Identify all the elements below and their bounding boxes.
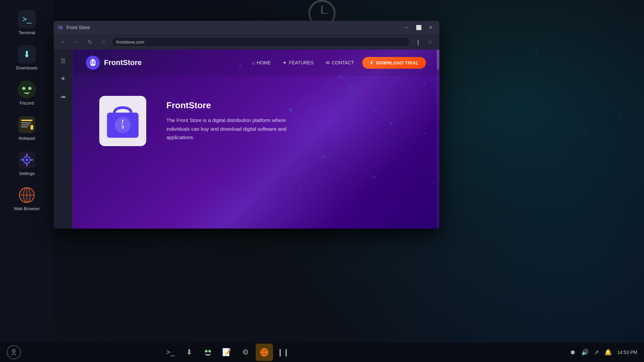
svg-text:S: S (121, 125, 124, 129)
hero-section: ƒ S FrontStore The Front Store is a digi… (72, 76, 439, 166)
minimize-button[interactable]: ─ (402, 23, 411, 32)
svg-point-9 (469, 100, 471, 102)
nav-link-home[interactable]: ⌂ HOME (252, 60, 271, 65)
download-trial-button[interactable]: ⬇ DOWNLOAD TRIAL (362, 57, 426, 69)
taskbar-fiscord-button[interactable] (199, 344, 217, 361)
nav-link-contact[interactable]: ✉ CONTACT (326, 60, 354, 65)
features-nav-label: FEATURES (289, 60, 314, 65)
close-button[interactable]: ✕ (426, 23, 435, 32)
website-content: FS FrontStore ⌂ HOME ✦ FEATURES ✉ (72, 50, 439, 229)
svg-point-30 (25, 159, 28, 161)
taskbar-terminal-button[interactable]: >_ (162, 344, 179, 361)
hero-icon-container: ƒ S (99, 96, 146, 146)
url-text: frontstore.com (116, 40, 144, 45)
browser-sidebar-menu[interactable]: ☰ (57, 55, 69, 67)
svg-point-13 (620, 116, 622, 118)
browser-sidebar-favorites[interactable]: ★ (57, 72, 69, 84)
taskbar-time: 14:53 PM (617, 350, 637, 355)
sidebar-label-notepad: Notepad (18, 136, 35, 141)
downloads-icon: ⬇ (18, 45, 36, 63)
taskbar-settings-button[interactable]: ⚙ (237, 344, 254, 361)
sidebar-label-webbrowser: Web Browser (14, 206, 40, 211)
browser-title: Front Store (66, 25, 398, 30)
svg-rect-21 (22, 90, 31, 93)
svg-rect-34 (31, 159, 33, 161)
nav-bar: ← → ↻ ⌂ frontstore.com ❙ ☆ (54, 34, 439, 50)
svg-point-19 (28, 87, 32, 90)
browser-window: 🛍 Front Store ─ ⬜ ✕ ← → ↻ ⌂ frontstore.c… (54, 21, 439, 229)
notepad-icon (18, 116, 36, 134)
taskbar: >_ ⬇ 📝 ⚙ ❙❙ (0, 343, 644, 362)
sidebar-label-fiscord: Fiscord (20, 101, 34, 106)
home-nav-label: HOME (257, 60, 271, 65)
terminal-icon: >_ (18, 10, 36, 28)
svg-line-5 (520, 134, 587, 168)
svg-point-10 (536, 49, 538, 51)
svg-rect-33 (20, 159, 23, 161)
sidebar-label-terminal: Terminal (18, 30, 35, 35)
sidebar-item-downloads[interactable]: ⬇ Downloads (7, 42, 47, 74)
webbrowser-icon (18, 186, 36, 204)
desktop: >_ Terminal ⬇ Downloads Fiscord (0, 0, 644, 362)
svg-point-59 (373, 176, 375, 178)
svg-text:ƒ: ƒ (121, 119, 124, 124)
svg-line-2 (470, 50, 537, 101)
features-nav-icon: ✦ (283, 60, 287, 65)
taskbar-left (7, 345, 21, 359)
title-bar: 🛍 Front Store ─ ⬜ ✕ (54, 21, 439, 34)
nav-link-features[interactable]: ✦ FEATURES (283, 60, 314, 65)
website-logo-text: FrontStore (104, 58, 142, 67)
sidebar-item-terminal[interactable]: >_ Terminal (7, 7, 47, 39)
sidebar: >_ Terminal ⬇ Downloads Fiscord (0, 0, 54, 362)
sidebar-toggle-button[interactable]: ❙ (413, 37, 423, 47)
forward-button[interactable]: → (71, 37, 82, 47)
taskbar-system-tray: ⏺ 🔊 ⇗ 🔔 14:53 PM (570, 349, 637, 356)
svg-rect-32 (26, 164, 28, 166)
back-button[interactable]: ← (58, 37, 68, 47)
fiscord-icon (18, 80, 36, 99)
taskbar-notepad-button[interactable]: 📝 (218, 344, 235, 361)
svg-point-18 (22, 87, 25, 90)
sidebar-item-settings[interactable]: Settings (7, 147, 47, 179)
svg-rect-27 (31, 125, 33, 130)
svg-point-61 (256, 183, 258, 184)
website-nav-links: ⌂ HOME ✦ FEATURES ✉ CONTACT (252, 60, 354, 65)
svg-rect-26 (21, 126, 28, 127)
contact-nav-label: CONTACT (332, 60, 354, 65)
frontstore-logo-icon: FS (86, 56, 100, 70)
notifications-button[interactable]: 🔔 (604, 349, 612, 356)
settings-icon (18, 151, 36, 169)
sidebar-item-fiscord[interactable]: Fiscord (7, 77, 47, 109)
sidebar-item-notepad[interactable]: Notepad (7, 112, 47, 144)
nav-right-buttons: ❙ ☆ (413, 37, 435, 47)
taskbar-split-button[interactable]: ❙❙ (274, 344, 292, 361)
home-button[interactable]: ⌂ (98, 37, 109, 47)
volume-button[interactable]: 🔊 (581, 349, 589, 356)
sidebar-item-webbrowser[interactable]: Web Browser (7, 183, 47, 215)
hero-text: FrontStore The Front Store is a digital … (166, 100, 301, 142)
window-controls: ─ ⬜ ✕ (402, 23, 435, 32)
taskbar-center: >_ ⬇ 📝 ⚙ ❙❙ (162, 344, 292, 361)
taskbar-webbrowser-button[interactable] (256, 344, 273, 361)
bookmark-button[interactable]: ☆ (425, 37, 435, 47)
svg-point-12 (519, 167, 521, 169)
svg-rect-25 (21, 124, 30, 125)
taskbar-podcast-button[interactable] (7, 345, 21, 359)
refresh-button[interactable]: ↻ (85, 37, 95, 47)
taskbar-downloads-button[interactable]: ⬇ (180, 344, 198, 361)
address-bar[interactable]: frontstore.com (111, 37, 410, 47)
home-nav-icon: ⌂ (252, 60, 255, 65)
record-button[interactable]: ⏺ (570, 349, 576, 356)
contact-nav-icon: ✉ (326, 60, 330, 65)
website-logo: FS FrontStore (86, 56, 142, 70)
browser-sidebar-cloud[interactable]: ☁ (57, 90, 69, 102)
svg-point-17 (18, 80, 36, 99)
svg-line-50 (257, 167, 307, 184)
browser-sidebar: ☰ ★ ☁ (54, 50, 72, 229)
svg-rect-23 (21, 120, 33, 121)
svg-line-6 (570, 67, 621, 117)
maximize-button[interactable]: ⬜ (414, 23, 423, 32)
svg-point-11 (586, 133, 588, 135)
network-button[interactable]: ⇗ (594, 349, 599, 356)
svg-point-63 (434, 183, 435, 184)
